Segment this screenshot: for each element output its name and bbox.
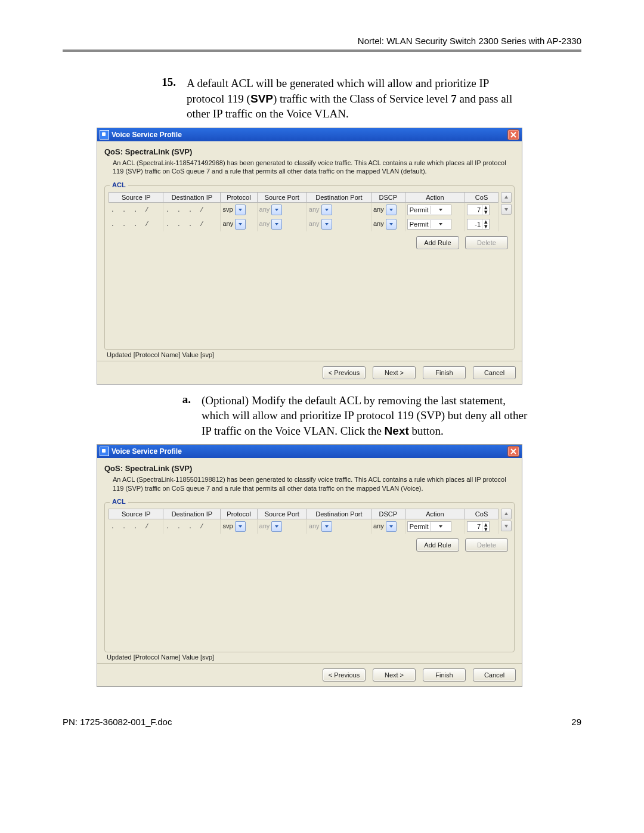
dscp-value: any	[373, 219, 384, 227]
col-source-ip[interactable]: Source IP	[109, 509, 163, 519]
acl-table: Source IP Destination IP Protocol Source…	[109, 509, 499, 534]
dest-ip-field[interactable]: . . . /	[163, 217, 221, 231]
dialog-titlebar[interactable]: Voice Service Profile	[97, 445, 522, 458]
text: button.	[409, 425, 444, 437]
dropdown-icon[interactable]	[235, 521, 246, 532]
footer-part-number: PN: 1725-36082-001_F.doc	[63, 717, 172, 727]
table-row[interactable]: . . . / . . . / any any any any Permit -…	[109, 217, 499, 231]
col-dest-ip[interactable]: Destination IP	[163, 509, 221, 519]
dscp-value: any	[373, 205, 384, 212]
close-icon[interactable]	[507, 446, 519, 457]
next-button[interactable]: Next >	[373, 668, 416, 682]
app-icon	[100, 130, 109, 140]
move-up-icon[interactable]	[501, 509, 512, 519]
qos-heading: QoS: SpectraLink (SVP)	[104, 147, 515, 156]
acl-legend: ACL	[110, 181, 128, 188]
acl-fieldset: ACL Source IP Destination IP Protocol So…	[104, 185, 515, 350]
dropdown-icon[interactable]	[386, 205, 397, 215]
previous-button[interactable]: < Previous	[323, 366, 366, 379]
col-source-port[interactable]: Source Port	[257, 509, 306, 519]
close-icon[interactable]	[507, 129, 519, 140]
col-cos[interactable]: CoS	[465, 509, 499, 519]
previous-button[interactable]: < Previous	[323, 668, 366, 682]
col-protocol[interactable]: Protocol	[221, 192, 257, 202]
col-action[interactable]: Action	[405, 192, 465, 202]
add-rule-button[interactable]: Add Rule	[416, 538, 459, 552]
finish-button[interactable]: Finish	[423, 366, 466, 379]
cos-spinner[interactable]: 7▴▾	[467, 205, 490, 215]
text: (Optional) Modify the default ACL by rem…	[202, 394, 527, 437]
dropdown-icon[interactable]	[271, 219, 282, 230]
dscp-value: any	[373, 522, 384, 529]
header-rule	[63, 49, 581, 52]
table-row[interactable]: . . . / . . . / svp any any any Permit 7…	[109, 519, 499, 534]
move-up-icon[interactable]	[501, 192, 512, 203]
source-port-value: any	[259, 219, 270, 227]
dest-port-value: any	[309, 205, 320, 212]
col-dscp[interactable]: DSCP	[371, 192, 405, 202]
acl-table: Source IP Destination IP Protocol Source…	[109, 192, 499, 231]
col-dest-port[interactable]: Destination Port	[306, 509, 371, 519]
dialog-titlebar[interactable]: Voice Service Profile	[97, 128, 522, 141]
acl-fieldset: ACL Source IP Destination IP Protocol So…	[104, 502, 515, 652]
row-order-buttons	[501, 509, 510, 534]
dialog-button-bar: < Previous Next > Finish Cancel	[97, 663, 522, 686]
col-cos[interactable]: CoS	[465, 192, 499, 202]
delete-button[interactable]: Delete	[465, 538, 508, 552]
dest-port-value: any	[309, 219, 320, 227]
protocol-value: svp	[222, 205, 233, 212]
running-header: Nortel: WLAN Security Switch 2300 Series…	[63, 36, 581, 49]
source-port-value: any	[259, 522, 270, 529]
move-down-icon[interactable]	[501, 204, 512, 215]
cancel-button[interactable]: Cancel	[473, 366, 516, 379]
dest-ip-field[interactable]: . . . /	[163, 202, 221, 217]
dropdown-icon[interactable]	[271, 521, 282, 532]
sublist-body-a: (Optional) Modify the default ACL by rem…	[202, 393, 532, 439]
cos-spinner[interactable]: 7▴▾	[467, 521, 490, 532]
col-dest-ip[interactable]: Destination IP	[163, 192, 221, 202]
dropdown-icon[interactable]	[386, 219, 397, 230]
dialog-button-bar: < Previous Next > Finish Cancel	[97, 361, 522, 384]
delete-button[interactable]: Delete	[465, 236, 508, 249]
action-combo[interactable]: Permit	[407, 521, 451, 532]
dest-port-value: any	[309, 522, 320, 529]
add-rule-button[interactable]: Add Rule	[416, 236, 459, 249]
col-source-port[interactable]: Source Port	[257, 192, 306, 202]
source-port-value: any	[259, 205, 270, 212]
protocol-value: any	[222, 219, 233, 227]
source-ip-field[interactable]: . . . /	[109, 217, 163, 231]
sublist-letter-a: a.	[63, 393, 202, 439]
dropdown-icon[interactable]	[386, 521, 397, 532]
source-ip-field[interactable]: . . . /	[109, 202, 163, 217]
table-row[interactable]: . . . / . . . / svp any any any Permit 7…	[109, 202, 499, 217]
acl-legend: ACL	[110, 498, 128, 505]
table-header-row: Source IP Destination IP Protocol Source…	[109, 509, 499, 519]
dropdown-icon[interactable]	[271, 205, 282, 215]
cos-spinner[interactable]: -1▴▾	[467, 219, 490, 230]
col-action[interactable]: Action	[405, 509, 465, 519]
dropdown-icon[interactable]	[235, 219, 246, 230]
status-text: Updated [Protocol Name] Value [svp]	[104, 652, 515, 663]
dropdown-icon[interactable]	[321, 205, 332, 215]
col-dscp[interactable]: DSCP	[371, 509, 405, 519]
dropdown-icon[interactable]	[321, 521, 332, 532]
action-combo[interactable]: Permit	[407, 205, 451, 215]
seven-bold: 7	[451, 92, 457, 105]
col-source-ip[interactable]: Source IP	[109, 192, 163, 202]
text: ) traffic with the Class of Service leve…	[273, 92, 451, 105]
dialog-title: Voice Service Profile	[112, 131, 182, 139]
cancel-button[interactable]: Cancel	[473, 668, 516, 682]
dest-ip-field[interactable]: . . . /	[163, 519, 221, 534]
voice-service-profile-dialog-1: Voice Service Profile QoS: SpectraLink (…	[97, 128, 522, 385]
acl-description: An ACL (SpectraLink-1185471492968) has b…	[104, 159, 515, 179]
dropdown-icon[interactable]	[321, 219, 332, 230]
dropdown-icon[interactable]	[235, 205, 246, 215]
finish-button[interactable]: Finish	[423, 668, 466, 682]
move-down-icon[interactable]	[501, 521, 512, 531]
next-button[interactable]: Next >	[373, 366, 416, 379]
col-protocol[interactable]: Protocol	[221, 509, 257, 519]
source-ip-field[interactable]: . . . /	[109, 519, 163, 534]
col-dest-port[interactable]: Destination Port	[306, 192, 371, 202]
action-combo[interactable]: Permit	[407, 219, 451, 230]
list-number-15: 15.	[63, 76, 187, 122]
